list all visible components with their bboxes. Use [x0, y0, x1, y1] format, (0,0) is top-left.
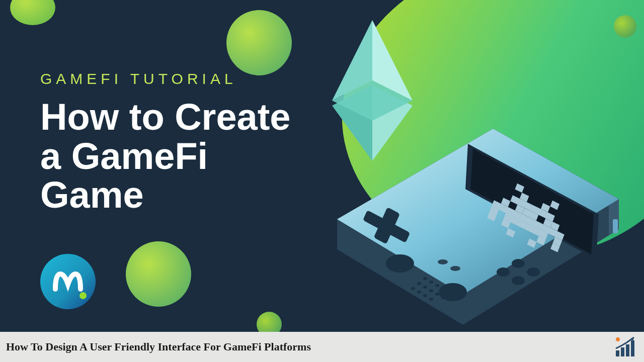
- svg-point-60: [616, 337, 620, 341]
- main-title: How to Create a GameFi Game: [40, 98, 291, 215]
- svg-point-43: [441, 288, 445, 291]
- svg-point-40: [423, 277, 427, 280]
- svg-point-44: [447, 291, 451, 294]
- caption-text: How To Design A User Friendly Interface …: [6, 340, 311, 353]
- deco-circle: [10, 0, 55, 25]
- svg-rect-58: [631, 340, 634, 356]
- svg-point-49: [441, 296, 445, 299]
- deco-circle: [126, 241, 191, 307]
- svg-point-36: [497, 267, 510, 277]
- svg-point-50: [411, 287, 415, 290]
- growth-chart-icon: [613, 334, 638, 359]
- title-line: Game: [40, 175, 291, 215]
- svg-point-42: [435, 284, 439, 287]
- svg-point-46: [423, 286, 427, 289]
- moralis-logo: [40, 254, 96, 309]
- deco-circle: [614, 15, 636, 38]
- caption-bar: How To Design A User Friendly Interface …: [0, 332, 644, 362]
- logo-accent-dot: [79, 292, 87, 299]
- svg-point-39: [527, 267, 540, 277]
- svg-point-48: [435, 293, 439, 296]
- svg-point-45: [417, 282, 421, 285]
- svg-rect-57: [626, 344, 629, 356]
- svg-point-52: [423, 294, 427, 297]
- svg-point-53: [429, 298, 433, 301]
- svg-rect-56: [621, 347, 624, 356]
- kicker-text: GAMEFI TUTORIAL: [40, 70, 291, 87]
- svg-point-41: [429, 281, 433, 284]
- title-line: How to Create: [40, 98, 291, 137]
- svg-point-51: [417, 291, 421, 294]
- svg-rect-54: [613, 219, 618, 233]
- ethereum-diamond-icon: [322, 15, 423, 168]
- headline-block: GAMEFI TUTORIAL How to Create a GameFi G…: [40, 70, 291, 215]
- svg-point-38: [512, 259, 525, 268]
- svg-point-47: [429, 289, 433, 292]
- svg-point-32: [386, 254, 414, 273]
- svg-point-37: [512, 276, 525, 285]
- hero-banner: GAMEFI TUTORIAL How to Create a GameFi G…: [0, 0, 644, 332]
- deco-circle: [226, 10, 292, 75]
- svg-rect-55: [616, 350, 619, 356]
- title-line: a GameFi: [40, 137, 291, 176]
- svg-point-35: [450, 266, 460, 271]
- deco-circle: [257, 312, 282, 332]
- svg-point-34: [438, 259, 448, 264]
